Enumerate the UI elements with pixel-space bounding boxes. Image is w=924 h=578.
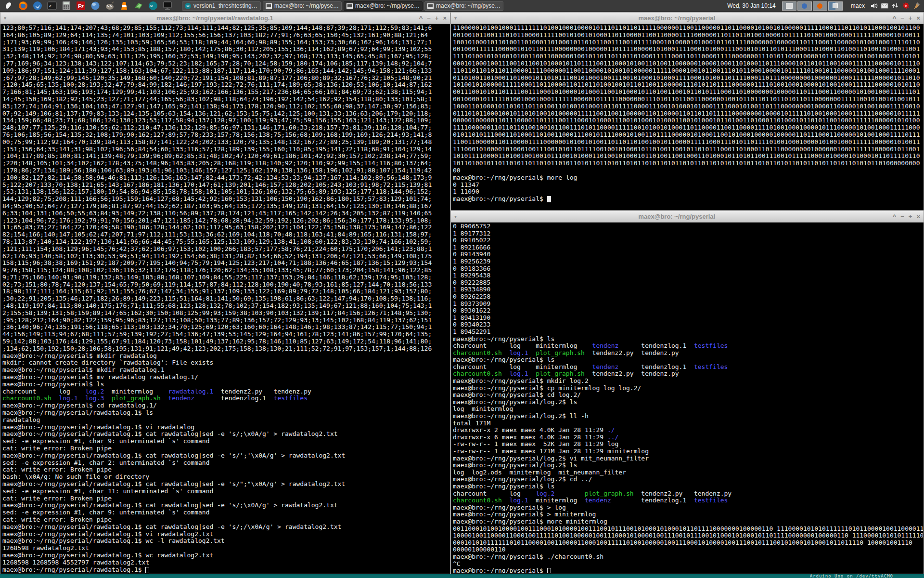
window-menu-icon[interactable]: ▾ [4,15,11,21]
terminal-line: maex@bro:~/rng/pyserial/rawdatalog.1$ ca… [2,524,448,531]
taskbar-window-arduino-sketch[interactable]: ∞ version1_threshtesting | ... [182,1,261,11]
taskbar-window-terminal-2[interactable]: maex@bro: ~/rng/pyserial [344,1,423,11]
terminal-line: maex@bro:~/rng/pyserial$ cd rawdatalog.1… [2,402,448,409]
window-menu-icon[interactable]: ▾ [454,15,461,21]
terminal-line: ;48;119;197;84;113;80;140;175;176;71;111… [2,302,448,310]
launcher-thunderbird-icon[interactable] [31,0,44,12]
update-alert-icon[interactable] [902,2,910,10]
terminal-line: charcount0.sh log.1 plot_graph.sh tenden… [453,370,922,378]
terminal-line: maex@bro:~/rng/pyserial$ > log [453,504,922,512]
close-button[interactable]: × [443,13,447,24]
terminal-line: ;220;148;105;101;34;102;162;178;43;75;14… [2,160,448,167]
terminal-line: ;104;117;89;85;100;81;141;139;48;79;139;… [2,153,448,160]
terminal-line: 31;139;119;106;184;171;43;93;44;153;85;1… [2,46,448,53]
maximize-button[interactable]: + [909,13,912,24]
terminal-line: mkdir: cannot create directory `rawdatal… [2,359,448,367]
launcher-vlc-icon[interactable] [117,0,130,12]
launcher-firefox-icon[interactable] [16,0,29,12]
terminal-line: maex@bro:~/rng/pyserial/log.2$ ls [453,399,922,406]
terminal-line: 248;107;77;125;29;116;130;55;62;112;210;… [2,124,448,131]
brush-icon[interactable] [912,2,920,10]
term-br[interactable]: 0 890657521 891773120 891050221 89216666… [451,223,923,573]
launcher-terminal-icon[interactable]: >_ [45,0,58,12]
terminal-line: 144;129;82;75;208;111;166;56;195;159;164… [2,196,448,203]
shade-button[interactable]: ^ [419,13,423,24]
terminal-line: 0011100101011011110011100010100001010001… [453,89,922,96]
terminal-line: maex@bro:~/rng/pyserial$ more minitermlo… [453,518,922,525]
launcher-calculator-icon[interactable] [60,0,73,12]
terminal-line: 2;155;58;139;131;58;159;89;147;65;162;30… [2,310,448,317]
terminal-line: 83;127;74;164;91;136;104;103;47;127;91;1… [2,103,448,110]
launcher-monitor-icon[interactable] [161,0,174,12]
svg-text:∞: ∞ [150,3,153,9]
titlebar[interactable]: ▾ maex@bro: ~/rng/pyserial/rawdatalog.1 … [0,13,450,24]
shade-button[interactable]: ^ [893,13,897,24]
taskbar-window-terminal-3[interactable]: maex@bro: ~/rng/pyserial [424,1,503,11]
mail-icon[interactable] [881,2,888,10]
minimize-button[interactable]: − [900,211,904,222]
workspace-3[interactable] [813,1,827,11]
window-title: maex@bro: ~/rng/pyserial [461,213,893,220]
launcher-hand-icon[interactable] [2,0,15,12]
workspace-2[interactable] [797,1,812,11]
terminal-line: cat: write error: Broken pipe [2,516,448,524]
workspace-4[interactable] [828,1,843,11]
maximize-button[interactable]: + [909,211,912,222]
terminal-line: log minitermlog [453,406,922,413]
terminal-window-icon [266,3,272,9]
terminal-line: 6;33;104;131;106;50;55;63;84;93;149;72;1… [2,210,448,217]
term-left[interactable]: 123;80;57;116;141;174;207;43;68;29;85;15… [1,24,449,573]
close-button[interactable]: × [916,13,920,24]
terminal-line: maex@bro:~/rng/pyserial$ more log [453,174,922,182]
terminal-line: 0 89143940 [453,251,922,258]
terminal-line: 0 89301622 [453,307,922,315]
terminal-line: ;120;145;65;135;100;28;193;32;47;79;84;9… [2,81,448,89]
terminal-line: 1100000101001000111111110100100010000101… [453,25,922,32]
terminal-line: 1010010100000111110001101100001101101101… [453,81,922,89]
terminal-line: 76;106;185;56;154;135;32;108;179;90;162;… [2,131,448,139]
minimize-button[interactable]: − [900,13,904,24]
terminal-window-rawdatalog: ▾ maex@bro: ~/rng/pyserial/rawdatalog.1 … [0,12,450,574]
terminal-line: ;121;111;154;108;129;96;145;76;42;37;62;… [2,246,448,253]
terminal-line: 1 89413190 [453,315,922,322]
terminal-line: ;171;93;69;99;106;49;146;126;135;103;59;… [2,39,448,46]
terminal-line: sed: -e expression #1, char 9: untermina… [2,509,448,516]
terminal-line: maex@bro:~/rng/pyserial$ cp minitermlog … [453,385,922,392]
taskbar-window-label: version1_threshtesting | ... [193,2,258,9]
terminal-line: 1 11090 [453,188,922,196]
launcher-arduino-icon[interactable]: ∞ [146,0,159,12]
terminal-line: maex@bro:~/rng/pyserial/rawdatalog.1$ wc… [2,538,448,545]
svg-text:Fz: Fz [78,3,84,9]
minimize-button[interactable]: − [427,13,431,24]
terminal-line: 1011010010110110101101101011010110101101… [453,160,922,167]
launcher-gimp-icon[interactable] [103,0,116,12]
network-arrows-icon[interactable] [891,2,899,10]
terminal-line: 1 89452291 [453,328,922,336]
terminal-line: 0010001111110000010101101110000000010000… [453,46,922,53]
terminal-line: maex@bro:~/rng/pyserial$ ls [453,356,922,364]
workspace-1[interactable] [782,1,796,11]
terminal-line: 1000110100010110101101101001101001010001… [453,103,922,110]
shade-button[interactable]: ^ [893,211,897,222]
terminal-line: 0010010110011101011000011111001010010100… [453,32,922,39]
launcher-geany-icon[interactable] [132,0,145,12]
terminal-line: 1101101101011011000011110000001100110000… [453,67,922,75]
term-tr[interactable]: 1100000101001000111111110100100010000101… [451,24,923,210]
launcher-globe-icon[interactable] [89,0,102,12]
taskbar-window-terminal-1[interactable]: maex@bro: ~/rng/pyseri... [263,1,342,11]
terminal-line: 123;80;57;116;141;174;207;43;68;29;85;15… [2,25,448,32]
terminal-line: 0 89065752 [453,223,922,230]
close-button[interactable]: × [916,211,920,222]
terminal-line: 0 11347 [453,182,922,189]
launcher-filezilla-icon[interactable]: Fz [74,0,87,12]
terminal-line: 1111010010101001010011001100000010010110… [453,53,922,60]
titlebar[interactable]: ▾ maex@bro: ~/rng/pyserial ^ − + × [451,13,924,24]
maximize-button[interactable]: + [435,13,439,24]
volume-icon[interactable] [870,2,878,10]
window-menu-icon[interactable]: ▾ [454,214,461,219]
terminal-line: maex@bro:~/rng/pyserial/rawdatalog.1$ [2,566,448,573]
titlebar[interactable]: ▾ maex@bro: ~/rng/pyserial ^ − + × [451,211,924,223]
arduino-window-icon: ∞ [185,3,191,9]
terminal-line: ;67;97;28;149;62;99;145;120;35;149;168;6… [2,75,448,82]
terminal-line: ;36;140;96;74;135;191;56;118;65;113;103;… [2,324,448,331]
